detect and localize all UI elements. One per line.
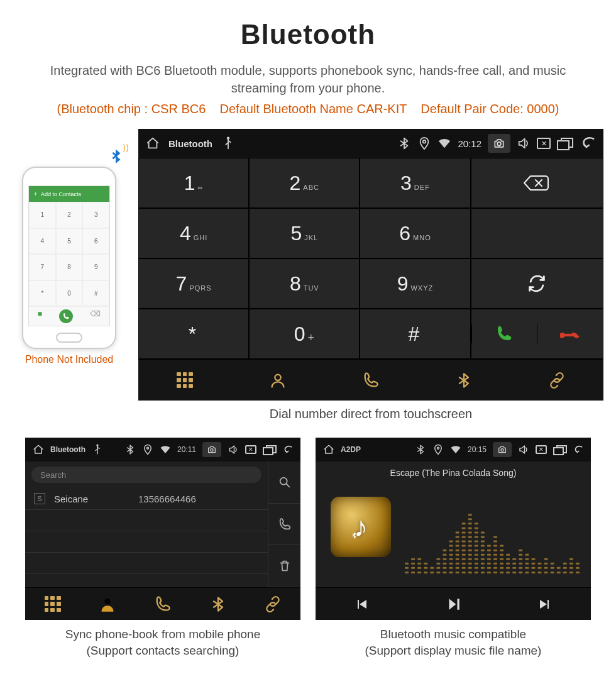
back-button[interactable] (578, 136, 596, 150)
svg-rect-110 (487, 554, 491, 556)
contact-row[interactable]: S Seicane 13566664466 (25, 488, 268, 510)
screenshot-button[interactable] (493, 442, 512, 457)
key-4[interactable]: 4GHI (138, 208, 249, 258)
key-star[interactable]: * (138, 309, 249, 359)
volume-icon[interactable] (518, 444, 529, 455)
delete-action[interactable] (268, 545, 300, 587)
wifi-status-icon (450, 444, 461, 455)
nav-pair[interactable] (510, 360, 603, 401)
svg-rect-50 (456, 563, 459, 565)
svg-rect-31 (436, 567, 440, 569)
nav-pair[interactable] (245, 588, 300, 620)
svg-rect-172 (576, 572, 580, 573)
nav-history[interactable] (135, 588, 190, 620)
svg-rect-68 (462, 527, 466, 529)
key-8[interactable]: 8TUV (249, 258, 360, 309)
call-icon (59, 309, 73, 323)
close-button[interactable]: ✕ (536, 445, 547, 454)
nav-contacts[interactable] (231, 360, 324, 401)
recent-apps-icon[interactable] (263, 445, 275, 454)
svg-rect-138 (519, 572, 522, 573)
nav-bluetooth[interactable] (417, 360, 510, 401)
key-5[interactable]: 5JKL (249, 208, 360, 258)
key-6[interactable]: 6MNO (360, 208, 470, 258)
pb-bottom-nav (25, 587, 300, 620)
svg-rect-87 (475, 558, 478, 560)
svg-rect-96 (481, 572, 485, 573)
svg-rect-113 (493, 572, 497, 573)
svg-rect-133 (506, 554, 510, 556)
key-1[interactable]: 1∞ (138, 158, 249, 208)
call-button[interactable] (471, 324, 537, 343)
next-track-button[interactable] (499, 588, 591, 620)
nav-contacts[interactable] (80, 588, 136, 620)
swap-key[interactable] (471, 258, 603, 309)
key-7[interactable]: 7PQRS (138, 258, 249, 309)
empty-row (25, 531, 268, 553)
nav-bluetooth[interactable] (190, 588, 246, 620)
location-icon (417, 136, 431, 150)
recent-apps-icon[interactable] (557, 138, 572, 149)
svg-point-7 (146, 447, 148, 449)
play-pause-button[interactable] (407, 588, 499, 620)
nav-keypad[interactable] (138, 360, 231, 401)
search-input[interactable]: Search (31, 467, 261, 483)
svg-rect-56 (456, 536, 459, 538)
svg-rect-40 (449, 572, 453, 573)
close-button[interactable]: ✕ (245, 445, 256, 454)
svg-rect-167 (563, 563, 567, 565)
svg-rect-19 (411, 563, 415, 565)
call-action[interactable] (268, 504, 300, 546)
search-action[interactable] (268, 462, 300, 504)
close-button[interactable]: ✕ (537, 138, 551, 149)
svg-rect-114 (493, 567, 497, 569)
key-hash[interactable]: # (360, 309, 470, 359)
screenshot-button[interactable] (202, 442, 221, 457)
phone-key: 6 (82, 228, 109, 255)
key-2[interactable]: 2ABC (249, 158, 360, 208)
status-title: Bluetooth (168, 138, 212, 149)
backspace-key[interactable] (471, 158, 603, 208)
svg-rect-119 (493, 545, 497, 547)
svg-rect-18 (411, 567, 415, 569)
prev-track-button[interactable] (316, 588, 407, 620)
home-button (56, 333, 82, 343)
svg-rect-112 (487, 545, 491, 547)
svg-rect-108 (487, 563, 491, 565)
svg-rect-107 (487, 567, 491, 569)
plus-icon: ＋ (33, 190, 38, 198)
svg-rect-95 (475, 523, 478, 524)
phone-icon (362, 372, 380, 389)
svg-rect-91 (475, 541, 478, 543)
nav-history[interactable] (324, 360, 417, 401)
svg-rect-124 (500, 563, 503, 565)
home-icon[interactable] (33, 444, 44, 455)
pb-status-time: 20:11 (177, 445, 196, 454)
key-0[interactable]: 0+ (249, 309, 360, 359)
svg-rect-57 (456, 531, 459, 533)
key-9[interactable]: 9WXYZ (360, 258, 470, 309)
back-button[interactable] (282, 444, 293, 455)
svg-rect-46 (449, 545, 453, 547)
phone-key: 5 (56, 228, 83, 255)
svg-rect-135 (512, 567, 516, 569)
recent-apps-icon[interactable] (553, 445, 566, 454)
a2dp-status-time: 20:15 (468, 445, 487, 454)
svg-line-10 (286, 484, 289, 487)
nav-keypad[interactable] (25, 588, 80, 620)
album-art: ♪ (331, 497, 391, 557)
back-button[interactable] (572, 444, 583, 455)
svg-rect-43 (449, 558, 453, 560)
volume-icon[interactable] (517, 136, 531, 150)
svg-rect-42 (449, 563, 453, 565)
svg-point-8 (211, 449, 213, 451)
home-icon[interactable] (323, 444, 334, 455)
key-3[interactable]: 3DEF (360, 158, 470, 208)
volume-icon[interactable] (228, 444, 239, 455)
home-icon[interactable] (146, 136, 160, 150)
screenshot-button[interactable] (488, 134, 510, 153)
pb-status-bar: Bluetooth 20:11 ✕ (25, 438, 300, 462)
svg-rect-156 (544, 572, 548, 573)
phone-key: 9 (82, 254, 109, 280)
hangup-button[interactable] (537, 324, 603, 344)
